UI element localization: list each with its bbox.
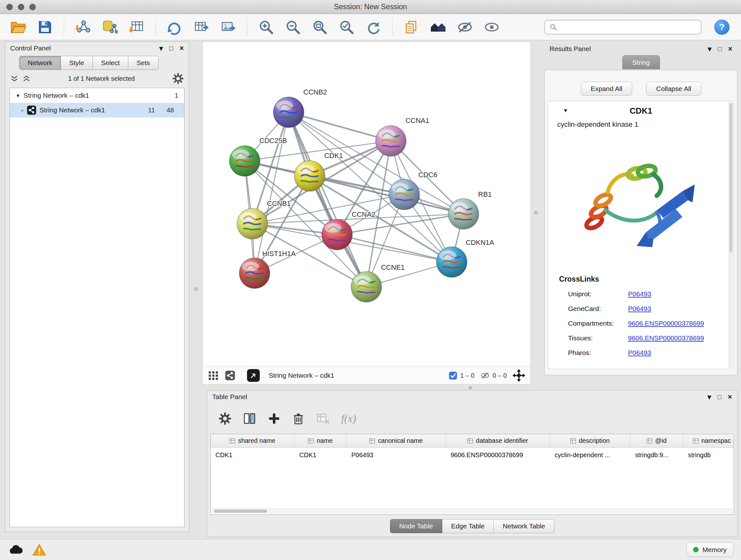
minimize-window-button[interactable]: [18, 4, 24, 10]
birdseye-view-icon[interactable]: [208, 370, 219, 381]
show-columns-icon[interactable]: [243, 412, 256, 425]
export-image-button[interactable]: [217, 16, 239, 38]
crosslink-tissues-link[interactable]: 9606.ENSP00000378699: [628, 334, 704, 342]
warning-icon[interactable]: [32, 544, 46, 556]
zoom-out-button[interactable]: [282, 16, 304, 38]
network-node-cdc25b[interactable]: [229, 145, 260, 176]
network-node-ccnb1[interactable]: [237, 208, 268, 239]
zoom-selected-button[interactable]: [335, 16, 358, 38]
control-panel-title: Control Panel: [10, 44, 51, 52]
tab-network-table[interactable]: Network Table: [494, 519, 554, 533]
string-network-small-icon[interactable]: [225, 370, 235, 381]
export-table-button[interactable]: [190, 16, 212, 38]
network-node-ccna2[interactable]: [322, 219, 352, 250]
gear-icon[interactable]: [172, 73, 184, 84]
column-header-name[interactable]: name: [294, 434, 347, 447]
expand-all-button[interactable]: Expand All: [581, 82, 632, 96]
copy-document-button[interactable]: [400, 16, 422, 38]
network-node-ccne1[interactable]: [351, 272, 382, 302]
panel-menu-icon[interactable]: ▾: [708, 45, 712, 53]
import-network-file-button[interactable]: [72, 16, 94, 38]
table-row[interactable]: CDK1CDK1P064939606.ENSP00000378699cyclin…: [211, 448, 734, 462]
hide-details-button[interactable]: [454, 16, 476, 38]
network-node-rb1[interactable]: [448, 199, 479, 229]
section-collapse-icon[interactable]: ▼: [563, 108, 568, 114]
panel-splitter-handle[interactable]: [534, 211, 538, 214]
search-box[interactable]: [544, 20, 701, 35]
open-in-new-window-button[interactable]: [247, 369, 260, 382]
panel-float-icon[interactable]: □: [718, 46, 722, 52]
network-collection-row[interactable]: ▼ String Network – cdk1 1: [10, 88, 184, 103]
import-table-button[interactable]: [125, 16, 148, 38]
toolbar-separator: [247, 18, 247, 37]
panel-float-icon[interactable]: □: [718, 394, 721, 400]
expand-all-networks-icon[interactable]: [10, 74, 18, 83]
delete-column-trash-icon[interactable]: [292, 412, 305, 425]
control-tab-network[interactable]: Network: [19, 56, 61, 70]
network-node-label-cdc6: CDC6: [418, 171, 437, 179]
panel-splitter-handle[interactable]: [468, 386, 472, 389]
panel-close-icon[interactable]: ×: [180, 45, 184, 52]
panel-close-icon[interactable]: ×: [728, 393, 732, 401]
search-input[interactable]: [560, 23, 696, 31]
tab-string[interactable]: String: [622, 55, 660, 69]
column-header-shared-name[interactable]: shared name: [211, 434, 294, 447]
panel-splitter-handle[interactable]: [194, 287, 198, 291]
home-panels-button[interactable]: [427, 16, 449, 38]
panel-menu-icon[interactable]: ▾: [708, 393, 711, 401]
crosslink-uniprot-link[interactable]: P06493: [628, 290, 651, 298]
function-builder-icon[interactable]: f(x): [341, 413, 356, 425]
panel-menu-icon[interactable]: ▾: [159, 45, 163, 52]
panel-close-icon[interactable]: ×: [728, 45, 732, 53]
close-window-button[interactable]: [6, 4, 13, 10]
table-settings-gear-icon[interactable]: [219, 412, 231, 425]
crosslink-compartments-link[interactable]: 9606.ENSP00000378699: [628, 320, 704, 327]
results-scrollbar[interactable]: [729, 102, 733, 368]
zoom-in-button[interactable]: [255, 16, 277, 38]
open-session-button[interactable]: [7, 16, 29, 38]
import-network-database-button[interactable]: [98, 16, 121, 38]
network-node-cdkn1a[interactable]: [436, 247, 467, 277]
crosslink-pharos-link[interactable]: P06493: [628, 349, 651, 357]
collapse-all-networks-icon[interactable]: [22, 74, 30, 83]
refresh-layout-button[interactable]: [362, 16, 385, 38]
results-scrollbar-thumb[interactable]: [730, 103, 732, 252]
panel-float-icon[interactable]: □: [169, 45, 173, 51]
network-node-ccnb2[interactable]: [273, 97, 304, 128]
cloud-status-icon[interactable]: [8, 544, 23, 556]
collapse-all-button[interactable]: Collapse All: [646, 82, 701, 96]
add-column-plus-icon[interactable]: [268, 412, 280, 425]
control-tab-sets[interactable]: Sets: [128, 56, 158, 70]
eye-slash-small-icon[interactable]: [480, 371, 490, 380]
network-row-selected[interactable]: ● String Network – cdk1 11 48: [10, 103, 184, 118]
pan-crosshair-icon[interactable]: [513, 369, 525, 382]
crosslink-genecard-link[interactable]: P06493: [628, 305, 651, 313]
help-button[interactable]: ?: [714, 19, 730, 35]
protein-section-header[interactable]: ▼ CDK1: [548, 101, 734, 120]
column-header-canonical-name[interactable]: canonical name: [347, 434, 446, 447]
column-header-database-identifier[interactable]: database identifier: [446, 434, 550, 447]
table-horizontal-scrollbar[interactable]: [212, 508, 733, 513]
new-network-from-selection-button[interactable]: [163, 16, 186, 38]
column-header-namespac[interactable]: namespac: [683, 434, 734, 447]
zoom-window-button[interactable]: [29, 4, 36, 10]
table-scrollbar-thumb[interactable]: [214, 509, 267, 513]
network-node-cdc6[interactable]: [389, 179, 420, 210]
checkbox-icon[interactable]: [449, 371, 457, 380]
column-header-description[interactable]: description: [550, 434, 630, 447]
tab-edge-table[interactable]: Edge Table: [442, 519, 494, 533]
tab-node-table[interactable]: Node Table: [390, 519, 442, 533]
zoom-fit-button[interactable]: [309, 16, 331, 38]
control-tab-select[interactable]: Select: [93, 56, 128, 70]
network-graph[interactable]: CCNB2CCNA1CDC25BCDK1CDC6RB1CCNB1CCNA2CDK…: [203, 42, 530, 366]
network-view-canvas[interactable]: CCNB2CCNA1CDC25BCDK1CDC6RB1CCNB1CCNA2CDK…: [202, 42, 531, 367]
save-session-button[interactable]: [34, 16, 56, 38]
network-node-cdk1[interactable]: [294, 161, 325, 191]
tree-expand-icon[interactable]: ▼: [16, 93, 20, 98]
network-node-ccna1[interactable]: [376, 125, 406, 156]
memory-button[interactable]: Memory: [686, 543, 733, 557]
show-details-button[interactable]: [481, 16, 503, 38]
column-header--id[interactable]: @id: [630, 434, 683, 447]
network-node-hist1h1a[interactable]: [239, 258, 270, 289]
control-tab-style[interactable]: Style: [61, 56, 93, 70]
